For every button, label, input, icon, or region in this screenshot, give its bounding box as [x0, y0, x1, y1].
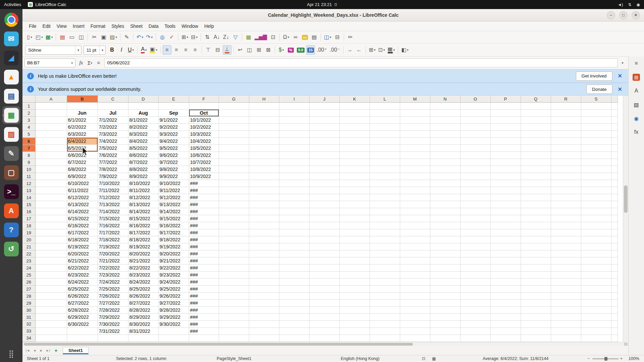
split-window-button[interactable]: ⊟: [333, 33, 342, 42]
title-bar[interactable]: Calendar_Highlight_Weekend_Days.xlsx - L…: [22, 9, 644, 21]
cell-A16[interactable]: [35, 208, 67, 215]
conditional-formatting-button[interactable]: ◧▾: [400, 45, 410, 55]
app-grid-button[interactable]: ⣿: [2, 347, 20, 361]
cell-Q7[interactable]: [521, 145, 551, 152]
cell-D32[interactable]: 8/30/2022: [128, 321, 158, 328]
cell-R13[interactable]: [551, 187, 581, 194]
cell-R33[interactable]: [551, 327, 581, 335]
cell-S13[interactable]: [581, 187, 611, 194]
cell-L32[interactable]: [370, 321, 400, 328]
wrap-text-button[interactable]: ↩: [236, 45, 245, 55]
cell-N31[interactable]: [430, 314, 460, 321]
column-header-J[interactable]: J: [309, 96, 339, 103]
cell-R4[interactable]: [551, 124, 581, 131]
cell-C9[interactable]: 7/7/2022: [98, 159, 128, 166]
cell-H19[interactable]: [249, 229, 279, 236]
cell-J2[interactable]: [309, 110, 339, 117]
headers-footers-button[interactable]: ▤: [310, 33, 319, 42]
font-name-dropdown-icon[interactable]: ▾: [75, 46, 81, 54]
cell-K12[interactable]: [339, 180, 370, 187]
cell-J15[interactable]: [309, 201, 339, 208]
next-sheet-button[interactable]: ►: [38, 349, 45, 352]
highlight-color-button[interactable]: ▣▾: [149, 45, 158, 55]
cell-C11[interactable]: 7/9/2022: [98, 173, 128, 180]
row-header-10[interactable]: 10: [22, 166, 35, 173]
cell-G34[interactable]: [219, 335, 249, 342]
cell-D12[interactable]: 8/10/2022: [128, 180, 158, 187]
font-name-combo[interactable]: Söhne ▾: [25, 46, 82, 55]
select-sum-dropdown-icon[interactable]: ▾: [91, 61, 92, 65]
cell-P30[interactable]: [490, 307, 521, 314]
cell-E21[interactable]: 9/19/2022: [158, 243, 189, 250]
cell-E30[interactable]: 9/28/2022: [158, 307, 189, 314]
cell-E27[interactable]: 9/25/2022: [158, 286, 189, 293]
cell-N25[interactable]: [430, 272, 460, 279]
cell-D9[interactable]: 8/7/2022: [128, 159, 158, 166]
cell-P31[interactable]: [490, 314, 521, 321]
cell-I25[interactable]: [279, 272, 309, 279]
libreoffice-writer-icon[interactable]: ▤: [2, 87, 20, 105]
number-button[interactable]: 0.0: [296, 45, 306, 55]
cell-P4[interactable]: [490, 124, 521, 131]
cell-Q24[interactable]: [521, 264, 551, 272]
cell-B26[interactable]: 6/24/2022: [67, 279, 98, 286]
insert-chart-button[interactable]: ▂▅▇: [254, 33, 268, 42]
cell-M3[interactable]: [400, 117, 430, 124]
cell-C16[interactable]: 7/14/2022: [98, 208, 128, 215]
cell-B16[interactable]: 6/14/2022: [67, 208, 98, 215]
cell-H31[interactable]: [249, 314, 279, 321]
cell-H26[interactable]: [249, 279, 279, 286]
cell-O3[interactable]: [460, 117, 490, 124]
cell-O22[interactable]: [460, 250, 490, 257]
menu-file[interactable]: File: [26, 22, 40, 30]
copy-button[interactable]: ▣: [99, 33, 108, 42]
special-character-dropdown-icon[interactable]: ▾: [288, 36, 289, 39]
cell-N13[interactable]: [430, 187, 460, 194]
gallery-tab[interactable]: ▧: [632, 100, 641, 109]
row-header-13[interactable]: 13: [22, 187, 35, 194]
cell-E8[interactable]: 9/6/2022: [158, 152, 189, 159]
cell-D20[interactable]: 8/18/2022: [128, 236, 158, 243]
cell-H29[interactable]: [249, 300, 279, 307]
cell-J11[interactable]: [309, 173, 339, 180]
cell-J30[interactable]: [309, 307, 339, 314]
cell-P11[interactable]: [490, 173, 521, 180]
cell-P12[interactable]: [490, 180, 521, 187]
cell-K31[interactable]: [339, 314, 370, 321]
date-button[interactable]: 15: [306, 45, 315, 55]
cell-E10[interactable]: 9/8/2022: [158, 166, 189, 173]
cell-Q22[interactable]: [521, 250, 551, 257]
cell-R7[interactable]: [551, 145, 581, 152]
cell-L2[interactable]: [370, 110, 400, 117]
cell-G30[interactable]: [219, 307, 249, 314]
merge-center-button[interactable]: ◫: [245, 45, 254, 55]
cell-S31[interactable]: [581, 314, 611, 321]
cell-Q29[interactable]: [521, 300, 551, 307]
cell-S30[interactable]: [581, 307, 611, 314]
cell-N26[interactable]: [430, 279, 460, 286]
cell-H7[interactable]: [249, 145, 279, 152]
libreoffice-calc-icon[interactable]: ▦: [2, 106, 20, 124]
cell-P8[interactable]: [490, 152, 521, 159]
row-header-23[interactable]: 23: [22, 257, 35, 264]
cell-A34[interactable]: [35, 335, 67, 342]
cell-L29[interactable]: [370, 300, 400, 307]
cell-J7[interactable]: [309, 145, 339, 152]
align-right-button[interactable]: ≡: [181, 45, 190, 55]
cell-C10[interactable]: 7/8/2022: [98, 166, 128, 173]
cell-R16[interactable]: [551, 208, 581, 215]
menu-styles[interactable]: Styles: [108, 22, 127, 30]
cell-Q28[interactable]: [521, 293, 551, 300]
cell-C29[interactable]: 7/27/2022: [98, 300, 128, 307]
cell-Q32[interactable]: [521, 321, 551, 328]
cell-S11[interactable]: [581, 173, 611, 180]
print-button[interactable]: ▭: [67, 33, 76, 42]
cell-B13[interactable]: 6/11/2022: [67, 187, 98, 194]
cell-P9[interactable]: [490, 159, 521, 166]
redo-button[interactable]: ↷▾: [145, 33, 154, 42]
cell-E25[interactable]: 9/23/2022: [158, 272, 189, 279]
cell-M13[interactable]: [400, 187, 430, 194]
cell-H30[interactable]: [249, 307, 279, 314]
cell-J23[interactable]: [309, 257, 339, 264]
cell-A4[interactable]: [35, 124, 67, 131]
